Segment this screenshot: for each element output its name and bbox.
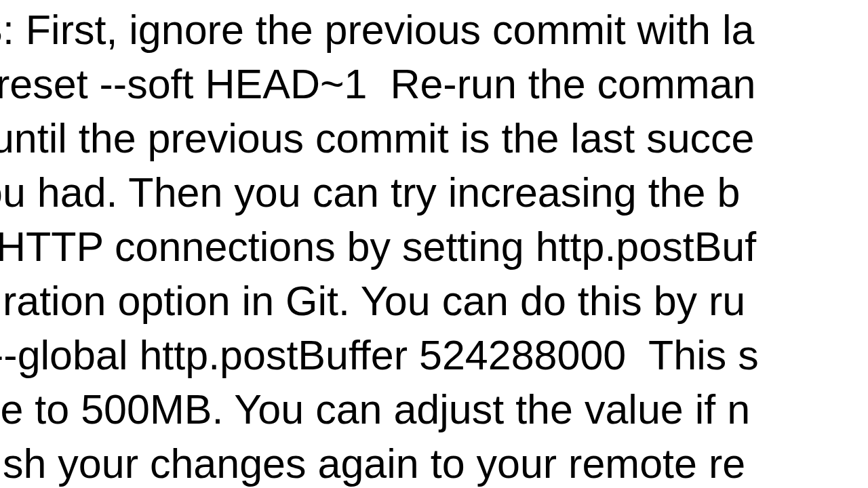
text-line-7: --global http.postBuffer 524288000 This …	[0, 328, 759, 382]
text-line-6: uration option in Git. You can do this b…	[0, 274, 745, 328]
text-line-8: ze to 500MB. You can adjust the value if…	[0, 382, 750, 436]
document-viewport: 3: First, ignore the previous commit wit…	[0, 0, 868, 488]
text-line-9: ush your changes again to your remote re	[0, 436, 745, 488]
text-line-3: until the previous commit is the last su…	[0, 111, 755, 165]
text-line-1: 3: First, ignore the previous commit wit…	[0, 3, 754, 57]
text-line-5: HTTP connections by setting http.postBuf	[0, 220, 756, 274]
text-line-2: reset --soft HEAD~1 Re-run the comman	[0, 57, 755, 111]
text-line-4: ou had. Then you can try increasing the …	[0, 165, 740, 220]
